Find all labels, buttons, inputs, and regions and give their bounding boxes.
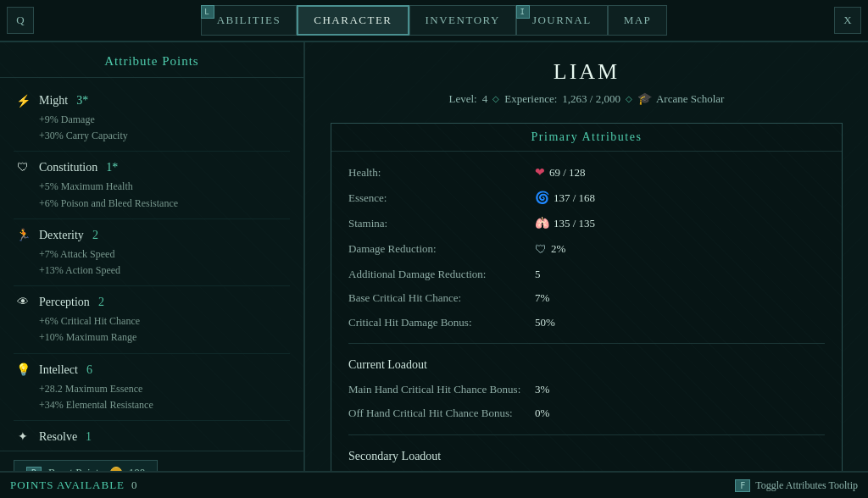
level-label: Level: <box>449 92 477 106</box>
level-diamond: ◇ <box>492 94 499 103</box>
health-row: Health: ❤ 69 / 128 <box>348 162 825 183</box>
class-name: Arcane Scholar <box>656 92 725 106</box>
attribute-perception-header: 👁 Perception 2 <box>14 293 290 312</box>
tab-journal[interactable]: I JOURNAL <box>516 5 608 36</box>
intellect-bonuses: +28.2 Maximum Essence +34% Elemental Res… <box>14 381 290 413</box>
right-panel: LIAM Level: 4 ◇ Experience: 1,263 / 2,00… <box>305 42 868 471</box>
tab-map[interactable]: MAP <box>608 5 668 36</box>
additional-damage-reduction-label: Additional Damage Reduction: <box>348 264 535 284</box>
stamina-icon: 🫁 <box>535 213 549 234</box>
attribute-might-header: ⚡ Might 3* <box>14 91 290 110</box>
might-bonus-1: +9% Damage <box>39 112 290 128</box>
dexterity-icon: 🏃 <box>14 226 32 245</box>
intellect-icon: 💡 <box>14 361 32 379</box>
perception-icon: 👁 <box>14 293 32 312</box>
damage-reduction-label: Damage Reduction: <box>348 239 535 258</box>
tab-abilities[interactable]: L ABILITIES <box>201 5 298 36</box>
reset-area: R Reset Points ● 100 <box>0 451 303 471</box>
dexterity-name: Dexterity <box>39 229 84 242</box>
base-crit-chance-row: Base Critical Hit Chance: 7% <box>348 288 825 307</box>
level-value: 4 <box>482 92 488 106</box>
constitution-bonuses: +5% Maximum Health +6% Poison and Bleed … <box>14 179 290 211</box>
attribute-might[interactable]: ⚡ Might 3* +9% Damage +30% Carry Capacit… <box>14 85 290 152</box>
points-available-label: POINTS AVAILABLE <box>10 479 125 492</box>
essence-val: 137 / 168 <box>554 188 595 208</box>
dexterity-bonuses: +7% Attack Speed +13% Action Speed <box>14 246 290 279</box>
base-crit-chance-label: Base Critical Hit Chance: <box>348 288 535 307</box>
journal-key-badge: I <box>516 5 530 19</box>
points-available-value: 0 <box>131 479 138 492</box>
character-meta: Level: 4 ◇ Experience: 1,263 / 2,000 ◇ 🎓… <box>331 91 843 106</box>
perception-name: Perception <box>39 296 90 309</box>
exp-diamond: ◇ <box>626 94 632 103</box>
might-bonus-2: +30% Carry Capacity <box>39 128 290 144</box>
panel-title: Attribute Points <box>0 42 303 78</box>
coin-icon: ● <box>110 467 122 471</box>
resolve-icon: ✦ <box>14 428 32 446</box>
current-main-hand-row: Main Hand Critical Hit Chance Bonus: 3% <box>348 379 825 399</box>
dexterity-bonus-1: +7% Attack Speed <box>39 246 290 263</box>
resolve-name: Resolve <box>39 430 77 444</box>
attribute-dexterity[interactable]: 🏃 Dexterity 2 +7% Attack Speed +13% Acti… <box>14 219 290 286</box>
attribute-intellect-header: 💡 Intellect 6 <box>14 361 290 379</box>
constitution-icon: 🛡 <box>14 158 32 177</box>
damage-reduction-value: 🛡 2% <box>535 239 565 260</box>
map-label: MAP <box>624 14 652 27</box>
dexterity-value: 2 <box>92 229 98 242</box>
damage-reduction-val: 2% <box>551 239 565 258</box>
base-crit-chance-value: 7% <box>535 288 549 307</box>
current-loadout-header: Current Loadout <box>348 358 825 372</box>
class-icon: 🎓 <box>637 91 652 106</box>
tab-character[interactable]: CHARACTER <box>297 5 409 36</box>
crit-damage-bonus-value: 50% <box>535 313 555 332</box>
additional-damage-reduction-value: 5 <box>535 264 541 284</box>
resolve-value: 1 <box>86 430 92 444</box>
stamina-val: 135 / 135 <box>554 213 595 233</box>
secondary-loadout-header: Secondary Loadout <box>348 450 825 463</box>
health-val: 69 / 128 <box>549 163 586 182</box>
toggle-key: F <box>735 479 750 492</box>
inventory-label: INVENTORY <box>426 14 500 27</box>
perception-bonus-1: +6% Critical Hit Chance <box>39 313 290 329</box>
perception-bonuses: +6% Critical Hit Chance +10% Maximum Ran… <box>14 313 290 346</box>
intellect-bonus-1: +28.2 Maximum Essence <box>39 381 290 397</box>
attribute-dexterity-header: 🏃 Dexterity 2 <box>14 226 290 245</box>
intellect-value: 6 <box>86 363 92 377</box>
tab-inventory[interactable]: INVENTORY <box>409 5 516 36</box>
nav-corner-right[interactable]: X <box>834 7 861 34</box>
current-off-hand-value: 0% <box>535 403 549 423</box>
stamina-label: Stamina: <box>348 213 535 233</box>
attributes-box-title: Primary Attributes <box>331 124 842 152</box>
exp-value: 1,263 / 2,000 <box>562 92 620 106</box>
stamina-row: Stamina: 🫁 135 / 135 <box>348 213 825 234</box>
reset-button[interactable]: R Reset Points ● 100 <box>14 460 158 471</box>
divider-2 <box>348 434 825 435</box>
constitution-bonus-2: +6% Poison and Bleed Resistance <box>39 196 290 212</box>
essence-label: Essence: <box>348 188 535 208</box>
essence-value: 🌀 137 / 168 <box>535 187 595 208</box>
might-bonuses: +9% Damage +30% Carry Capacity <box>14 112 290 144</box>
attribute-constitution[interactable]: 🛡 Constitution 1* +5% Maximum Health +6%… <box>14 152 290 219</box>
attribute-perception[interactable]: 👁 Perception 2 +6% Critical Hit Chance +… <box>14 286 290 353</box>
damage-reduction-row: Damage Reduction: 🛡 2% <box>348 239 825 260</box>
nav-corner-left[interactable]: Q <box>7 7 34 34</box>
additional-damage-reduction-row: Additional Damage Reduction: 5 <box>348 264 825 284</box>
crit-damage-bonus-row: Critical Hit Damage Bonus: 50% <box>348 313 825 332</box>
left-panel: Attribute Points ⚡ Might 3* +9% Damage +… <box>0 42 305 471</box>
points-available: POINTS AVAILABLE 0 <box>10 479 138 492</box>
intellect-bonus-2: +34% Elemental Resistance <box>39 397 290 413</box>
perception-bonus-2: +10% Maximum Range <box>39 329 290 346</box>
reset-label: Reset Points <box>48 466 103 471</box>
constitution-name: Constitution <box>39 161 97 174</box>
toggle-label: Toggle Attributes Tooltip <box>755 479 858 492</box>
health-label: Health: <box>348 163 535 182</box>
might-name: Might <box>39 94 68 108</box>
current-main-hand-label: Main Hand Critical Hit Chance Bonus: <box>348 379 535 399</box>
dexterity-bonus-2: +13% Action Speed <box>39 263 290 279</box>
exp-label: Experience: <box>504 92 557 106</box>
essence-row: Essence: 🌀 137 / 168 <box>348 187 825 208</box>
character-name: LIAM <box>331 59 843 85</box>
current-main-hand-value: 3% <box>535 379 549 399</box>
attribute-intellect[interactable]: 💡 Intellect 6 +28.2 Maximum Essence +34%… <box>14 354 290 421</box>
toggle-tooltip[interactable]: F Toggle Attributes Tooltip <box>735 479 858 492</box>
